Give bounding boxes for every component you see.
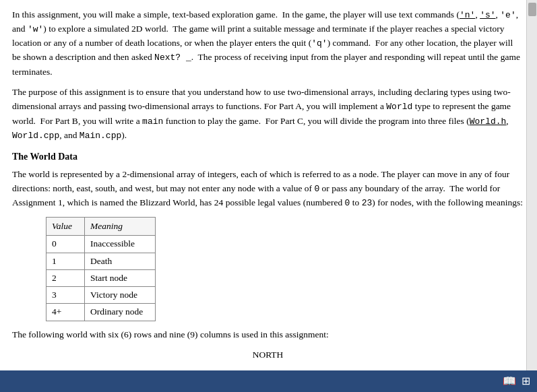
col-value: Value: [46, 218, 85, 236]
cell-value-4plus: 4+: [46, 304, 85, 321]
cmd-n: 'n': [460, 10, 475, 20]
row-count: 6: [124, 329, 129, 339]
intro-paragraph1: In this assignment, you will make a simp…: [12, 8, 524, 79]
main-fn: main: [142, 117, 163, 127]
cmd-w: 'w': [28, 24, 43, 34]
node-count: 24: [214, 197, 224, 207]
cell-meaning-4plus: Ordinary node: [85, 304, 156, 321]
cell-value-1: 1: [46, 253, 85, 269]
cell-meaning-0: Inaccessible: [85, 236, 156, 253]
to-value: 23: [362, 198, 373, 208]
from-value: 0: [345, 198, 350, 208]
cmd-s: 's': [480, 10, 495, 20]
intro-paragraph2: The purpose of this assignment is to ens…: [12, 86, 524, 142]
book-icon[interactable]: 📖: [503, 373, 516, 389]
table-row: 4+ Ordinary node: [46, 304, 156, 321]
file-world-cpp: World.cpp: [12, 131, 59, 141]
section-paragraph: The world is represented by a 2-dimensio…: [12, 168, 524, 210]
world-type: World: [386, 102, 412, 112]
meanings-table: Value Meaning 0 Inaccessible 1 Death 2 S…: [46, 217, 156, 321]
north-label: NORTH: [12, 348, 524, 362]
cell-value-3: 3: [46, 287, 85, 304]
file-world-h: World.h: [470, 117, 507, 127]
cell-value-0: 0: [46, 236, 85, 253]
table-row: 3 Victory node: [46, 287, 156, 304]
cmd-e: 'e': [500, 10, 515, 20]
col-count: 9: [190, 329, 195, 339]
cmd-q: 'q': [311, 38, 327, 48]
file-main-cpp: Main.cpp: [80, 131, 121, 141]
col-meaning: Meaning: [85, 218, 156, 236]
scrollbar[interactable]: [526, 0, 537, 370]
cell-meaning-3: Victory node: [85, 287, 156, 304]
grid-icon[interactable]: ⊞: [522, 373, 530, 389]
next-prompt: Next? _: [154, 53, 191, 63]
scrollbar-thumb[interactable]: [528, 3, 536, 16]
table-row: 0 Inaccessible: [46, 236, 156, 253]
cell-meaning-2: Start node: [85, 269, 156, 286]
main-content: In this assignment, you will make a simp…: [0, 0, 526, 370]
zero-value: 0: [314, 184, 319, 194]
cell-meaning-1: Death: [85, 253, 156, 269]
section-title: The World Data: [12, 150, 524, 164]
cell-value-2: 2: [46, 269, 85, 286]
bottom-bar: 📖 ⊞: [0, 370, 537, 392]
following-paragraph: The following world with six (6) rows an…: [12, 328, 524, 342]
table-row: 1 Death: [46, 253, 156, 269]
table-row: 2 Start node: [46, 269, 156, 286]
